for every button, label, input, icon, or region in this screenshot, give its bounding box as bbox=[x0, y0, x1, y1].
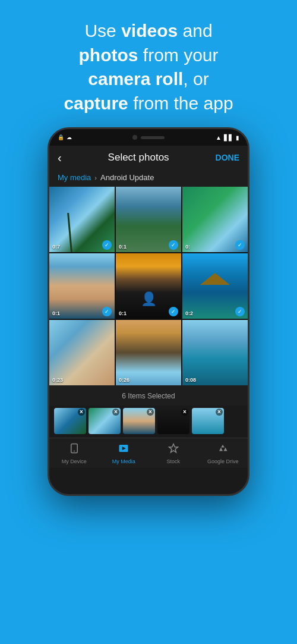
svg-marker-4 bbox=[169, 444, 178, 453]
thumb-close-2[interactable]: × bbox=[112, 409, 119, 416]
hero-bold-videos: videos bbox=[121, 21, 178, 40]
photo-cell-3[interactable]: 0: ✓ bbox=[182, 187, 248, 252]
check-4: ✓ bbox=[102, 307, 112, 316]
nav-label-my-media: My Media bbox=[112, 458, 135, 464]
duration-4: 0:1 bbox=[52, 310, 60, 316]
thumb-close-1[interactable]: × bbox=[78, 409, 85, 416]
duration-2: 0:1 bbox=[119, 244, 127, 250]
hero-text: Use videos and photos from your camera r… bbox=[0, 0, 297, 127]
svg-point-1 bbox=[74, 451, 75, 452]
status-left: 🔒 ☁ bbox=[58, 134, 72, 140]
status-bar: 🔒 ☁ ▲ ▋▋ ▮ bbox=[49, 129, 248, 146]
thumb-1[interactable]: × bbox=[54, 408, 86, 434]
notch-center bbox=[132, 135, 165, 140]
nav-label-my-device: My Device bbox=[62, 458, 87, 464]
google-drive-icon bbox=[217, 443, 228, 457]
phone-mockup: 🔒 ☁ ▲ ▋▋ ▮ ‹ Select photos DONE My media… bbox=[0, 127, 297, 496]
items-selected-text: 6 Items Selected bbox=[122, 392, 175, 400]
wifi-icon: ▲ bbox=[216, 134, 222, 141]
thumb-close-5[interactable]: × bbox=[216, 409, 223, 416]
duration-6: 0:2 bbox=[185, 310, 193, 316]
photo-cell-6[interactable]: 0:2 ✓ bbox=[182, 253, 248, 319]
nav-item-my-media[interactable]: My Media bbox=[99, 438, 149, 468]
photo-cell-1[interactable]: 0:7 ✓ bbox=[49, 187, 115, 252]
breadcrumb-arrow: › bbox=[94, 174, 97, 181]
check-5: ✓ bbox=[169, 307, 178, 316]
check-3: ✓ bbox=[235, 240, 245, 250]
thumb-4[interactable]: × bbox=[157, 408, 189, 434]
nav-item-google-drive[interactable]: Google Drive bbox=[198, 438, 248, 468]
nav-label-google-drive: Google Drive bbox=[207, 458, 239, 464]
phone-body: 🔒 ☁ ▲ ▋▋ ▮ ‹ Select photos DONE My media… bbox=[48, 127, 249, 496]
my-media-icon bbox=[118, 443, 129, 457]
hero-bold-photos: photos bbox=[78, 45, 138, 65]
duration-1: 0:7 bbox=[52, 244, 60, 250]
nfc-icon: ☁ bbox=[67, 134, 72, 140]
stock-icon bbox=[168, 443, 179, 457]
camera-dot bbox=[132, 135, 137, 140]
breadcrumb-link[interactable]: My media bbox=[58, 173, 91, 182]
photo-grid: 0:7 ✓ 0:1 ✓ 0: ✓ 0:1 ✓ 0:1 ✓ 0:2 ✓ bbox=[49, 187, 248, 385]
photo-cell-9[interactable]: 0:08 bbox=[182, 320, 248, 385]
hero-bold-capture: capture bbox=[64, 93, 128, 113]
duration-8: 0:26 bbox=[119, 377, 129, 383]
speaker-bar bbox=[141, 136, 165, 139]
my-device-icon bbox=[69, 443, 80, 457]
hero-bold-camera-roll: camera roll bbox=[88, 69, 183, 89]
photo-cell-8[interactable]: 0:26 bbox=[116, 320, 181, 385]
signal-icon: ▋▋ bbox=[224, 134, 233, 141]
thumb-5[interactable]: × bbox=[192, 408, 224, 434]
photo-cell-2[interactable]: 0:1 ✓ bbox=[116, 187, 181, 252]
photo-cell-7[interactable]: 0:23 bbox=[49, 320, 115, 385]
app-header: ‹ Select photos DONE bbox=[49, 146, 248, 169]
back-button[interactable]: ‹ bbox=[58, 152, 62, 164]
check-1: ✓ bbox=[102, 240, 112, 250]
duration-5: 0:1 bbox=[119, 310, 127, 316]
duration-7: 0:23 bbox=[52, 377, 63, 383]
thumb-2[interactable]: × bbox=[89, 408, 121, 434]
breadcrumb-current: Android Update bbox=[100, 173, 154, 182]
status-right: ▲ ▋▋ ▮ bbox=[216, 134, 239, 141]
photo-cell-5[interactable]: 0:1 ✓ bbox=[116, 253, 181, 319]
nav-label-stock: Stock bbox=[166, 458, 180, 464]
battery-icon: ▮ bbox=[236, 134, 239, 141]
duration-3: 0: bbox=[185, 244, 190, 250]
thumbnail-strip: × × × × × bbox=[49, 406, 248, 438]
bottom-nav: My Device My Media Stock bbox=[49, 438, 248, 468]
check-6: ✓ bbox=[235, 307, 245, 316]
screen-title: Select photos bbox=[62, 152, 216, 164]
check-2: ✓ bbox=[169, 240, 178, 250]
nav-item-my-device[interactable]: My Device bbox=[49, 438, 99, 468]
thumb-close-4[interactable]: × bbox=[181, 409, 188, 416]
breadcrumb: My media › Android Update bbox=[49, 169, 248, 187]
sim-icon: 🔒 bbox=[58, 134, 64, 140]
items-selected-bar: 6 Items Selected bbox=[49, 385, 248, 406]
photo-cell-4[interactable]: 0:1 ✓ bbox=[49, 253, 115, 319]
done-button[interactable]: DONE bbox=[216, 153, 239, 162]
thumb-3[interactable]: × bbox=[123, 408, 155, 434]
duration-9: 0:08 bbox=[185, 377, 196, 383]
thumb-close-3[interactable]: × bbox=[147, 409, 154, 416]
nav-item-stock[interactable]: Stock bbox=[148, 438, 198, 468]
